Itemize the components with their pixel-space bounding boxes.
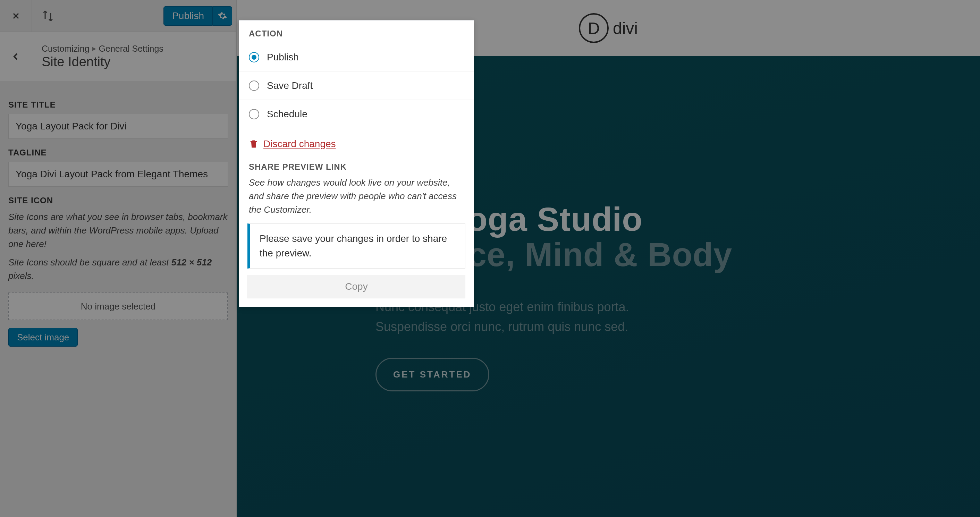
breadcrumb-leaf: General Settings bbox=[99, 44, 164, 54]
site-icon-label: SITE ICON bbox=[8, 196, 228, 205]
gear-icon bbox=[218, 11, 227, 21]
site-icon-help2-strong: 512 × 512 bbox=[172, 257, 212, 267]
action-option-schedule[interactable]: Schedule bbox=[239, 100, 474, 128]
share-description: See how changes would look live on your … bbox=[239, 176, 474, 223]
discard-changes-label: Discard changes bbox=[263, 138, 336, 150]
site-icon-help2-pre: Site Icons should be square and at least bbox=[8, 257, 172, 267]
publish-group: Publish bbox=[164, 6, 232, 25]
panel-title: Site Identity bbox=[41, 54, 164, 69]
action-option-publish-label: Publish bbox=[267, 52, 299, 63]
publish-settings-popover: ACTION Publish Save Draft Schedule Disca… bbox=[239, 20, 474, 307]
sidebar-topbar: Publish bbox=[0, 0, 236, 32]
share-notice: Please save your changes in order to sha… bbox=[247, 223, 465, 269]
select-image-button[interactable]: Select image bbox=[8, 328, 78, 347]
hero-cta-button[interactable]: GET STARTED bbox=[375, 358, 489, 391]
site-title-label: SITE TITLE bbox=[8, 100, 228, 110]
breadcrumb-sep-icon: ▸ bbox=[92, 44, 96, 53]
action-option-save-draft[interactable]: Save Draft bbox=[239, 71, 474, 100]
breadcrumb: Customizing ▸ General Settings bbox=[41, 44, 164, 54]
radio-icon bbox=[249, 109, 259, 119]
customizer-sidebar: Publish Customizing ▸ General Settings S… bbox=[0, 0, 237, 517]
discard-changes-link[interactable]: Discard changes bbox=[239, 128, 474, 160]
hero-sub-line2: Suspendisse orci nunc, rutrum quis nunc … bbox=[375, 320, 628, 334]
swap-button[interactable] bbox=[32, 0, 64, 32]
panel-header: Customizing ▸ General Settings Site Iden… bbox=[0, 32, 236, 81]
image-picker-dropzone[interactable]: No image selected bbox=[8, 293, 228, 320]
close-icon bbox=[11, 11, 21, 21]
site-logo[interactable]: D divi bbox=[579, 13, 638, 43]
action-option-schedule-label: Schedule bbox=[267, 108, 307, 120]
radio-icon bbox=[249, 52, 259, 62]
publish-button[interactable]: Publish bbox=[164, 6, 213, 25]
publish-settings-toggle[interactable] bbox=[213, 6, 232, 25]
copy-button[interactable]: Copy bbox=[247, 275, 465, 298]
site-title-input[interactable] bbox=[8, 114, 228, 139]
logo-text: divi bbox=[613, 19, 638, 38]
share-section-label: SHARE PREVIEW LINK bbox=[239, 160, 474, 176]
action-option-save-draft-label: Save Draft bbox=[267, 80, 313, 91]
breadcrumb-root: Customizing bbox=[41, 44, 89, 54]
action-option-publish[interactable]: Publish bbox=[239, 43, 474, 71]
swap-icon bbox=[41, 10, 54, 22]
tagline-input[interactable] bbox=[8, 162, 228, 187]
chevron-left-icon bbox=[10, 51, 21, 62]
site-icon-help2-post: pixels. bbox=[8, 270, 34, 281]
logo-mark-icon: D bbox=[579, 13, 609, 43]
close-button[interactable] bbox=[0, 0, 32, 32]
site-icon-help2: Site Icons should be square and at least… bbox=[8, 256, 228, 283]
panel-body: SITE TITLE TAGLINE SITE ICON Site Icons … bbox=[0, 81, 236, 355]
action-section-label: ACTION bbox=[239, 21, 474, 43]
back-button[interactable] bbox=[0, 32, 31, 81]
radio-icon bbox=[249, 81, 259, 91]
tagline-label: TAGLINE bbox=[8, 148, 228, 157]
panel-header-text: Customizing ▸ General Settings Site Iden… bbox=[31, 44, 164, 69]
trash-icon bbox=[249, 139, 259, 149]
site-icon-help1: Site Icons are what you see in browser t… bbox=[8, 210, 228, 251]
